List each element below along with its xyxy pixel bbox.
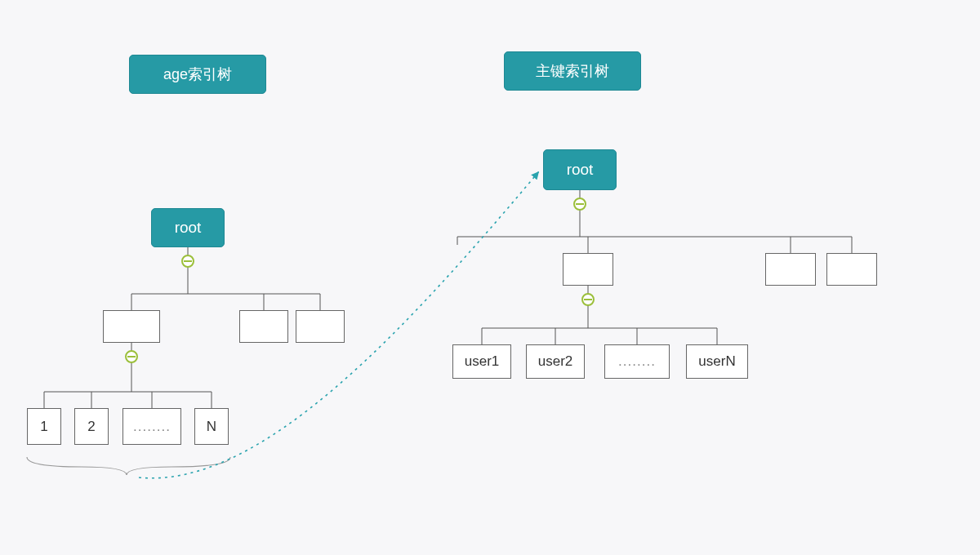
ellipsis-icon: ........	[618, 353, 656, 370]
right-title: 主键索引树	[504, 51, 641, 91]
left-l2-node-1	[103, 310, 160, 343]
svg-point-5	[182, 255, 194, 267]
right-l2-node-1	[563, 253, 613, 286]
left-root: root	[151, 208, 225, 247]
svg-point-13	[126, 351, 137, 362]
svg-point-22	[574, 198, 586, 210]
left-title: age索引树	[129, 55, 266, 94]
right-l2-node-3	[826, 253, 877, 286]
left-leaf-2: 2	[74, 408, 109, 445]
right-root: root	[543, 149, 617, 190]
left-l2-node-2	[239, 310, 288, 343]
right-leaf-2: user2	[526, 344, 585, 379]
right-leaf-3: ........	[604, 344, 670, 379]
left-leaf-3: ........	[122, 408, 181, 445]
right-leaf-4: userN	[686, 344, 748, 379]
left-leaf-1: 1	[27, 408, 61, 445]
svg-point-30	[582, 294, 594, 305]
right-l2-node-2	[765, 253, 816, 286]
left-l2-node-3	[296, 310, 345, 343]
diagram-canvas: age索引树 主键索引树 root 1 2 ........ N root us…	[0, 0, 980, 555]
left-leaf-4: N	[194, 408, 229, 445]
right-leaf-1: user1	[452, 344, 511, 379]
ellipsis-icon: ........	[133, 419, 171, 435]
